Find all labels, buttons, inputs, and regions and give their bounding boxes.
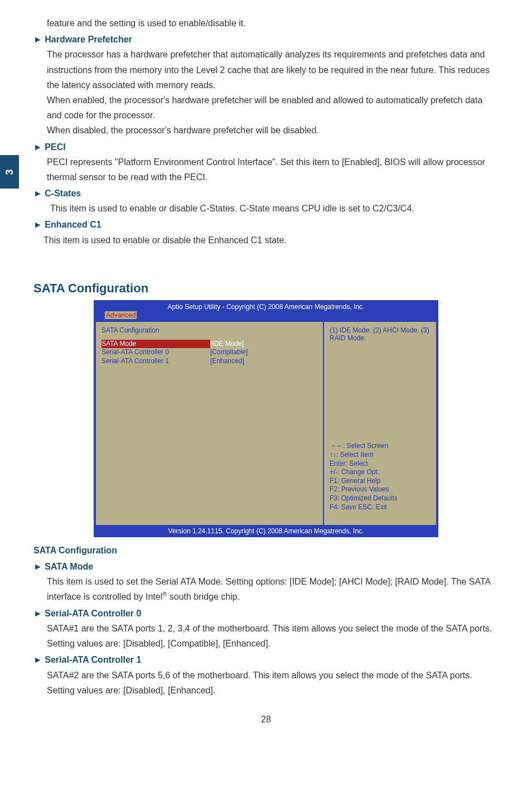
peci-p1: PECI represents "Platform Environment Co… <box>47 155 499 185</box>
subhead-sata-config: SATA Configuration <box>33 543 499 558</box>
bios-help-description: (1) IDE Mode. (2) AHCI Mode. (3) RAID Mo… <box>330 326 431 342</box>
bios-key-help: →←: Select Screen ↑↓: Select Item Enter:… <box>330 442 431 520</box>
bios-body: SATA Configuration SATA Mode [IDE Mode] … <box>95 321 437 526</box>
bios-label-ctrl0: Serial-ATA Controller 0 <box>101 348 210 357</box>
bios-screenshot: Aptio Setup Utility - Copyright (C) 2008… <box>94 300 438 537</box>
heading-cstates: ► C-States <box>33 186 499 201</box>
heading-sata-mode: ► SATA Mode <box>33 559 499 574</box>
ctrl0-p: SATA#1 are the SATA ports 1, 2, 3,4 of t… <box>47 621 499 651</box>
help-f3: F3: Optimized Defaults <box>330 494 431 503</box>
bios-right-panel: (1) IDE Mode. (2) AHCI Mode. (3) RAID Mo… <box>323 321 437 526</box>
enhc1-p1: This item is used to enable or disable t… <box>43 233 499 248</box>
help-change-opt: +/-: Change Opt. <box>330 468 431 477</box>
hw-prefetch-p1: The processor has a hardware prefetcher … <box>47 47 499 93</box>
bios-label-sata-mode: SATA Mode <box>101 340 210 349</box>
bios-row-ctrl0[interactable]: Serial-ATA Controller 0 [Compitable] <box>101 348 317 357</box>
sata-mode-text-b: south bridge chip. <box>167 592 240 602</box>
help-f1: F1: General Help <box>330 477 431 486</box>
heading-enhanced-c1: ► Enhanced C1 <box>33 217 499 232</box>
bios-value-ctrl0: [Compitable] <box>210 348 248 357</box>
help-select-screen: →←: Select Screen <box>330 442 431 451</box>
help-f4: F4: Save ESC: Exit <box>330 503 431 512</box>
help-enter: Enter: Select <box>330 460 431 469</box>
bios-window: Aptio Setup Utility - Copyright (C) 2008… <box>94 300 438 537</box>
help-select-item: ↑↓: Select Item <box>330 451 431 460</box>
chapter-number: 3 <box>3 169 15 175</box>
heading-serial-ata-ctrl1: ► Serial-ATA Controller 1 <box>33 652 499 667</box>
bios-footer: Version 1.24.1115. Copyright (C) 2008 Am… <box>95 526 437 536</box>
bios-label-ctrl1: Serial-ATA Controller 1 <box>101 357 210 366</box>
heading-hardware-prefetcher: ► Hardware Prefetcher <box>33 32 499 47</box>
hw-prefetch-p2: When enabled, the processor's hardware p… <box>47 93 499 123</box>
bios-left-title: SATA Configuration <box>101 326 317 334</box>
sata-mode-text-a: This item is used to set the Serial ATA … <box>47 577 490 602</box>
bios-row-ctrl1[interactable]: Serial-ATA Controller 1 [Enhanced] <box>101 357 317 366</box>
bios-left-panel: SATA Configuration SATA Mode [IDE Mode] … <box>95 321 323 526</box>
bios-tabs: Advanced <box>95 311 437 321</box>
chapter-side-tab: 3 <box>0 155 19 189</box>
bios-value-ctrl1: [Enhanced] <box>210 357 244 366</box>
bios-tab-advanced[interactable]: Advanced <box>105 311 137 319</box>
section-sata-config: SATA Configuration <box>33 281 499 296</box>
cstates-p1: This item is used to enable or disable C… <box>50 201 499 216</box>
intro-line: feature and the setting is used to enabl… <box>47 16 499 31</box>
heading-peci: ► PECI <box>33 139 499 155</box>
bios-value-sata-mode: [IDE Mode] <box>210 340 244 349</box>
help-f2: F2: Previous Values <box>330 485 431 494</box>
hw-prefetch-p3: When disabled, the processor's hardware … <box>47 123 499 138</box>
page-number: 28 <box>33 715 499 725</box>
heading-serial-ata-ctrl0: ► Serial-ATA Controller 0 <box>33 606 499 621</box>
sata-mode-p: This item is used to set the Serial ATA … <box>47 574 499 605</box>
bios-row-sata-mode[interactable]: SATA Mode [IDE Mode] <box>101 340 317 349</box>
page-content: feature and the setting is used to enabl… <box>0 0 532 725</box>
bios-title: Aptio Setup Utility - Copyright (C) 2008… <box>95 301 437 311</box>
ctrl1-p: SATA#2 are the SATA ports 5,6 of the mot… <box>47 668 499 698</box>
